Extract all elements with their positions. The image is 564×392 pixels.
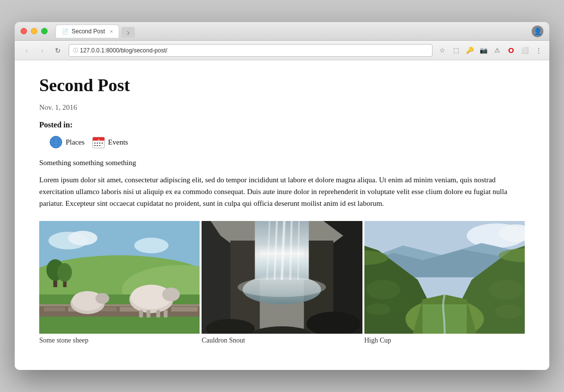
minimize-button[interactable] xyxy=(31,28,37,34)
post-body: Lorem ipsum dolor sit amet, consectetur … xyxy=(39,174,525,209)
svg-rect-26 xyxy=(44,307,66,312)
svg-point-20 xyxy=(134,238,169,253)
category-events-label: Events xyxy=(108,138,128,147)
title-bar: 📄 Second Post × › 👤 xyxy=(15,22,549,41)
svg-point-76 xyxy=(494,305,522,318)
svg-point-71 xyxy=(366,280,400,299)
image-item-waterfall: Cauldron Snout xyxy=(202,221,362,347)
url-text: 127.0.0.1:8000/blog/second-post/ xyxy=(80,47,428,54)
image-caption-waterfall: Cauldron Snout xyxy=(202,334,362,347)
svg-rect-15 xyxy=(97,145,98,146)
category-places[interactable]: Places xyxy=(49,135,84,149)
category-places-label: Places xyxy=(66,138,84,147)
active-tab[interactable]: 📄 Second Post × xyxy=(55,24,119,38)
svg-rect-25 xyxy=(39,304,200,306)
new-tab-button[interactable]: › xyxy=(121,27,135,38)
svg-rect-14 xyxy=(94,145,96,146)
back-icon: ‹ xyxy=(26,47,28,54)
svg-rect-38 xyxy=(164,310,168,318)
svg-rect-36 xyxy=(147,310,151,318)
browser-window: 📄 Second Post × › 👤 ‹ › ↻ ⓘ 127.0.0.1:80… xyxy=(15,22,549,370)
new-tab-icon: › xyxy=(127,27,129,38)
content-area: Second Post Nov. 1, 2016 Posted in: Plac… xyxy=(15,60,549,370)
svg-point-61 xyxy=(238,277,326,297)
categories: Places 3 Events xyxy=(39,135,525,149)
close-button[interactable] xyxy=(21,28,27,34)
category-events[interactable]: 3 Events xyxy=(92,136,128,148)
tab-bar: 📄 Second Post × › xyxy=(55,24,532,38)
cast-icon[interactable]: ⬚ xyxy=(450,45,462,56)
lock-icon: ⓘ xyxy=(73,47,78,54)
traffic-lights xyxy=(21,28,48,34)
photo-valley xyxy=(364,221,525,334)
svg-point-19 xyxy=(68,231,98,245)
post-summary: Something something something xyxy=(39,159,525,167)
post-date: Nov. 1, 2016 xyxy=(39,103,525,112)
refresh-icon: ↻ xyxy=(55,47,61,54)
svg-rect-13 xyxy=(102,143,103,144)
menu-icon[interactable]: ⋮ xyxy=(533,45,544,56)
nav-actions: ☆ ⬚ 🔑 📷 ⚠ O ⬜ ⋮ xyxy=(436,45,544,56)
bookmark-icon[interactable]: ☆ xyxy=(436,45,448,56)
svg-line-57 xyxy=(298,221,299,280)
extension-icon[interactable]: ⬜ xyxy=(519,45,531,56)
image-caption-valley: High Cup xyxy=(364,334,525,347)
svg-rect-37 xyxy=(156,310,160,318)
camera-icon[interactable]: 📷 xyxy=(478,45,489,56)
globe-icon xyxy=(49,135,63,149)
photo-waterfall xyxy=(202,221,362,334)
address-bar[interactable]: ⓘ 127.0.0.1:8000/blog/second-post/ xyxy=(69,44,433,57)
profile-icon: 👤 xyxy=(534,27,542,35)
svg-point-34 xyxy=(162,288,180,301)
svg-point-74 xyxy=(488,280,523,299)
svg-text:3: 3 xyxy=(98,138,100,142)
svg-rect-16 xyxy=(99,145,101,146)
svg-rect-35 xyxy=(139,310,143,318)
svg-point-45 xyxy=(57,263,72,282)
maximize-button[interactable] xyxy=(41,28,48,34)
key-icon[interactable]: 🔑 xyxy=(464,45,476,56)
forward-button[interactable]: › xyxy=(35,44,49,57)
tab-close-button[interactable]: × xyxy=(110,28,113,34)
nav-bar: ‹ › ↻ ⓘ 127.0.0.1:8000/blog/second-post/… xyxy=(15,41,549,60)
forward-icon: › xyxy=(41,47,44,54)
profile-button[interactable]: 👤 xyxy=(532,25,543,37)
svg-point-41 xyxy=(96,293,109,304)
image-caption-sheep: Some stone sheep xyxy=(39,334,200,347)
images-grid: Some stone sheep xyxy=(39,221,525,347)
tab-title: Second Post xyxy=(72,28,105,35)
svg-rect-11 xyxy=(97,143,98,144)
shield-icon[interactable]: ⚠ xyxy=(491,45,503,56)
refresh-button[interactable]: ↻ xyxy=(51,44,65,57)
posted-in-label: Posted in: xyxy=(39,121,525,129)
image-item-sheep: Some stone sheep xyxy=(39,221,200,347)
post-title: Second Post xyxy=(39,75,525,96)
calendar-icon: 3 xyxy=(92,136,105,148)
svg-point-73 xyxy=(366,303,390,315)
opera-icon[interactable]: O xyxy=(505,45,517,56)
image-item-valley: High Cup xyxy=(364,221,525,347)
svg-rect-12 xyxy=(99,143,101,144)
svg-rect-10 xyxy=(94,143,96,144)
tab-doc-icon: 📄 xyxy=(62,28,69,35)
back-button[interactable]: ‹ xyxy=(20,44,33,57)
photo-sheep xyxy=(39,221,200,334)
svg-rect-31 xyxy=(171,307,198,312)
